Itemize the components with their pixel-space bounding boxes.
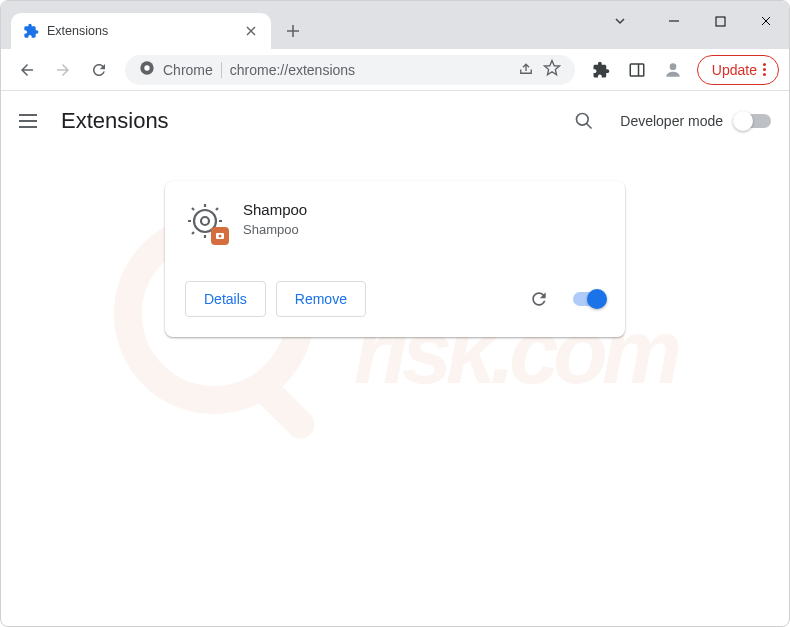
close-tab-icon[interactable] [243, 23, 259, 39]
content-area: Shampoo Shampoo Details Remove [1, 151, 789, 337]
navigation-toolbar: Chrome chrome://extensions Update [1, 49, 789, 91]
bookmark-icon[interactable] [543, 59, 561, 81]
profile-icon[interactable] [657, 54, 689, 86]
maximize-button[interactable] [697, 1, 743, 41]
svg-rect-0 [716, 17, 725, 26]
search-icon[interactable] [566, 103, 602, 139]
svg-point-2 [144, 65, 149, 70]
chevron-down-icon[interactable] [597, 1, 643, 41]
chrome-logo-icon [139, 60, 155, 80]
remove-button[interactable]: Remove [276, 281, 366, 317]
update-label: Update [712, 62, 757, 78]
svg-point-9 [219, 235, 222, 238]
extension-icon [23, 23, 39, 39]
close-window-button[interactable] [743, 1, 789, 41]
forward-button[interactable] [47, 54, 79, 86]
minimize-button[interactable] [651, 1, 697, 41]
extension-app-icon [185, 201, 225, 241]
svg-point-7 [201, 217, 209, 225]
window-controls [597, 1, 789, 41]
titlebar: Extensions [1, 1, 789, 49]
reload-button[interactable] [83, 54, 115, 86]
extension-name: Shampoo [243, 201, 307, 218]
developer-mode-toggle[interactable] [735, 114, 771, 128]
extension-badge-icon [211, 227, 229, 245]
developer-mode-label: Developer mode [620, 113, 723, 129]
omnibox-url: chrome://extensions [230, 62, 509, 78]
menu-icon[interactable] [19, 109, 43, 133]
page-header: Extensions Developer mode [1, 91, 789, 151]
tab-title: Extensions [47, 24, 243, 38]
share-icon[interactable] [517, 59, 535, 81]
omnibox-label: Chrome [163, 62, 213, 78]
update-button[interactable]: Update [697, 55, 779, 85]
details-button[interactable]: Details [185, 281, 266, 317]
menu-dots-icon [763, 63, 766, 76]
browser-tab[interactable]: Extensions [11, 13, 271, 49]
extensions-icon[interactable] [585, 54, 617, 86]
svg-rect-3 [630, 64, 644, 76]
sidebar-icon[interactable] [621, 54, 653, 86]
svg-point-5 [577, 114, 589, 126]
reload-extension-icon[interactable] [523, 283, 555, 315]
new-tab-button[interactable] [279, 17, 307, 45]
developer-mode: Developer mode [620, 113, 771, 129]
extension-enable-toggle[interactable] [573, 292, 605, 306]
page-title: Extensions [61, 108, 169, 134]
extension-card: Shampoo Shampoo Details Remove [165, 181, 625, 337]
address-bar[interactable]: Chrome chrome://extensions [125, 55, 575, 85]
back-button[interactable] [11, 54, 43, 86]
extension-description: Shampoo [243, 222, 307, 237]
svg-point-4 [670, 63, 677, 70]
